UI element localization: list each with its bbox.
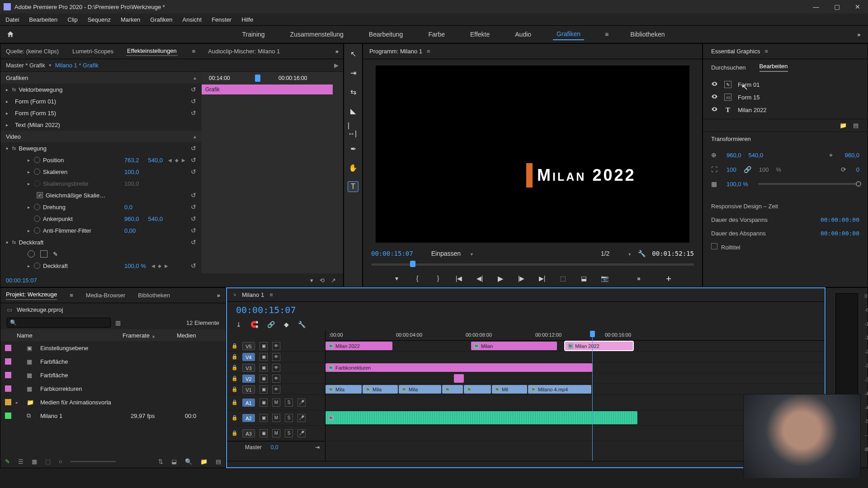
mask-ellipse-icon[interactable] bbox=[28, 250, 35, 258]
stopwatch-icon[interactable] bbox=[34, 263, 40, 269]
sync-lock-icon[interactable]: ▣ bbox=[259, 385, 268, 394]
export-icon[interactable]: ↗ bbox=[331, 277, 336, 284]
visibility-icon[interactable] bbox=[711, 106, 718, 114]
stopwatch-icon[interactable] bbox=[34, 169, 40, 175]
program-timecode-left[interactable]: 00:00:15:07 bbox=[371, 250, 413, 257]
visibility-icon[interactable] bbox=[711, 93, 718, 101]
menu-marken[interactable]: Marken bbox=[119, 15, 142, 24]
freeform-view-icon[interactable]: ▥ bbox=[115, 319, 121, 326]
track-header-v1[interactable]: 🔒V1▣👁 bbox=[227, 384, 325, 395]
ec-deckkraft-value[interactable]: ▸Deckkraft100,0 %◀ ◆ ▶↺ bbox=[0, 260, 202, 272]
timeline-clip[interactable]: fxMilan 2022 bbox=[326, 342, 392, 350]
button-editor-overflow[interactable]: » bbox=[634, 275, 644, 282]
reset-icon[interactable]: ↺ bbox=[191, 109, 196, 117]
ec-vektorbewegung[interactable]: ▸fxVektorbewegung↺ bbox=[0, 84, 202, 95]
reset-icon[interactable]: ↺ bbox=[191, 192, 196, 199]
project-list[interactable]: ▣Einstellungsebene ▦Farbfläche ▦Farbfläc… bbox=[0, 341, 226, 455]
timeline-audio-clip[interactable]: fx bbox=[326, 411, 637, 424]
ws-audio[interactable]: Audio bbox=[511, 29, 535, 40]
timeline-clip[interactable]: fxMil bbox=[492, 385, 527, 394]
panel-menu-icon[interactable]: ≡ bbox=[269, 291, 273, 298]
stopwatch-icon[interactable] bbox=[34, 216, 40, 222]
menu-fenster[interactable]: Fenster bbox=[210, 15, 233, 24]
menu-clip[interactable]: Clip bbox=[66, 15, 79, 24]
label-chip[interactable] bbox=[5, 345, 11, 351]
track-v5[interactable]: V5 bbox=[242, 342, 255, 350]
play-button[interactable]: ▶ bbox=[495, 274, 505, 283]
timeline-clip[interactable]: fxMila bbox=[326, 385, 362, 394]
stopwatch-icon[interactable] bbox=[34, 227, 40, 234]
project-item[interactable]: ▣Einstellungsebene bbox=[0, 341, 226, 355]
opacity-slider[interactable] bbox=[758, 183, 859, 185]
sync-lock-icon[interactable]: ▣ bbox=[259, 414, 268, 422]
icon-view-icon[interactable]: ▦ bbox=[32, 458, 37, 465]
menu-hilfe[interactable]: Hilfe bbox=[240, 15, 255, 24]
ec-gleichmaessige-skalierung[interactable]: ✓Gleichmäßige Skalie…↺ bbox=[0, 189, 202, 201]
timeline-clip[interactable]: fx bbox=[442, 385, 463, 394]
eg-tab-edit[interactable]: Bearbeiten bbox=[760, 63, 788, 72]
tab-overflow-button[interactable]: » bbox=[335, 48, 339, 55]
ws-options-icon[interactable]: ≡ bbox=[605, 31, 609, 38]
ec-clip-grafik[interactable]: Grafik bbox=[202, 84, 333, 94]
ec-playhead[interactable] bbox=[255, 75, 260, 82]
track-a3[interactable]: A3 bbox=[242, 429, 255, 437]
lock-icon[interactable]: 🔒 bbox=[231, 354, 238, 360]
ec-antiflimmer[interactable]: ▸Anti-Flimmer-Filter0,00↺ bbox=[0, 225, 202, 236]
toggle-output-icon[interactable]: 👁 bbox=[272, 375, 280, 383]
label-chip[interactable] bbox=[5, 413, 11, 419]
snap-icon[interactable]: 🧲 bbox=[250, 321, 258, 328]
lock-icon[interactable]: 🔒 bbox=[231, 430, 238, 436]
linked-selection-icon[interactable]: 🔗 bbox=[267, 321, 275, 328]
minimize-button[interactable]: — bbox=[806, 0, 826, 14]
go-to-out-button[interactable]: ▶| bbox=[537, 275, 547, 282]
timeline-clip[interactable]: fxMila bbox=[363, 385, 398, 394]
tab-overflow-button[interactable]: » bbox=[217, 292, 220, 299]
solo-button[interactable]: S bbox=[285, 429, 293, 437]
pen-tool-icon[interactable]: ✒ bbox=[348, 143, 359, 154]
ec-play-icon[interactable]: ▶ bbox=[334, 62, 339, 69]
program-video-view[interactable]: Milan 2022 bbox=[376, 66, 689, 243]
reset-icon[interactable]: ↺ bbox=[191, 239, 196, 246]
eg-layer-form01[interactable]: ✎ Form 01 bbox=[711, 78, 868, 91]
menu-ansicht[interactable]: Ansicht bbox=[180, 15, 203, 24]
project-search-input[interactable]: 🔍 bbox=[7, 318, 111, 328]
mark-in-button[interactable]: { bbox=[412, 275, 422, 282]
find-icon[interactable]: 🔍 bbox=[185, 458, 192, 465]
rd-outro-value[interactable]: 00:00:00:00 bbox=[821, 230, 859, 237]
ec-skalieren[interactable]: ▸Skalieren100,0↺ bbox=[0, 166, 202, 178]
track-header-v4[interactable]: 🔒V4▣👁 bbox=[227, 352, 325, 362]
program-playhead[interactable] bbox=[410, 261, 415, 267]
track-header-a2[interactable]: 🔒A2▣MS🎤 bbox=[227, 410, 325, 426]
timeline-playhead[interactable] bbox=[592, 331, 593, 461]
close-button[interactable]: ✕ bbox=[847, 0, 868, 14]
step-forward-button[interactable]: |▶ bbox=[516, 275, 526, 282]
stopwatch-icon[interactable] bbox=[34, 157, 40, 163]
new-item-icon[interactable]: ▤ bbox=[216, 458, 221, 465]
ec-bewegung[interactable]: ▾fxBewegung↺ bbox=[0, 142, 202, 154]
lock-icon[interactable]: 🔒 bbox=[231, 399, 238, 405]
ws-zusammenstellung[interactable]: Zusammenstellung bbox=[287, 29, 347, 40]
close-seq-icon[interactable]: × bbox=[233, 292, 236, 298]
label-chip[interactable] bbox=[5, 399, 11, 405]
add-button[interactable]: ＋ bbox=[664, 273, 674, 284]
program-scrub-bar[interactable] bbox=[371, 260, 694, 270]
toggle-output-icon[interactable]: 👁 bbox=[272, 342, 280, 350]
keyframe-nav[interactable]: ◀ ◆ ▶ bbox=[151, 263, 170, 268]
freeform-view-icon[interactable]: ⬚ bbox=[45, 458, 51, 465]
timeline-clip[interactable]: fxMilano 4.mp4 bbox=[528, 385, 591, 394]
track-v2[interactable]: V2 bbox=[242, 375, 255, 383]
timeline-clip[interactable] bbox=[454, 374, 464, 383]
timeline-clip[interactable]: fxMila bbox=[399, 385, 441, 394]
ec-form01[interactable]: ▸Form (Form 01)↺ bbox=[0, 95, 202, 107]
reset-icon[interactable]: ↺ bbox=[191, 86, 196, 93]
tab-effekteinstellungen[interactable]: Effekteinstellungen bbox=[126, 47, 178, 56]
lift-button[interactable]: ⬚ bbox=[558, 275, 568, 282]
solo-button[interactable]: S bbox=[285, 399, 293, 407]
list-view-icon[interactable]: ☰ bbox=[18, 458, 24, 465]
extract-button[interactable]: ⬓ bbox=[579, 275, 589, 282]
lock-icon[interactable]: 🔒 bbox=[231, 386, 238, 392]
track-header-a1[interactable]: 🔒A1▣MS🎤 bbox=[227, 395, 325, 410]
reset-icon[interactable]: ↺ bbox=[191, 156, 196, 164]
voice-record-icon[interactable]: 🎤 bbox=[297, 414, 306, 422]
label-chip[interactable] bbox=[5, 372, 11, 378]
